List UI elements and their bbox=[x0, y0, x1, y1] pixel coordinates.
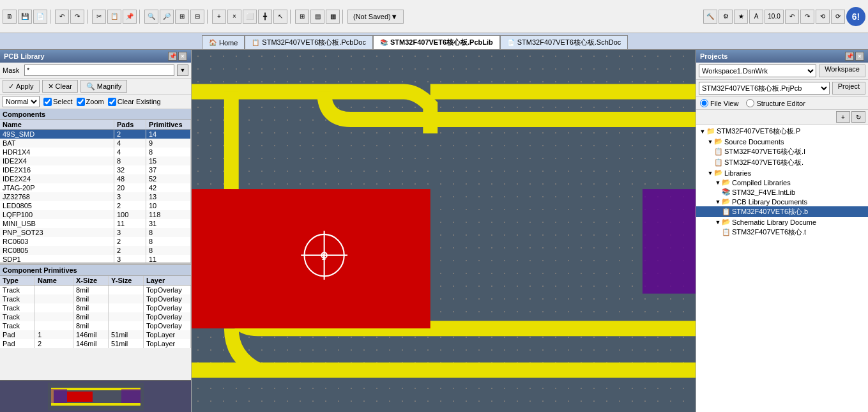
tab-schdoc[interactable]: 📄 STM32F407VET6核心板.SchDoc bbox=[500, 35, 628, 49]
table-row[interactable]: IDE2X244852 bbox=[0, 174, 191, 183]
magnify-button[interactable]: 🔍 Magnify bbox=[80, 80, 128, 93]
toolbar-btn-grid[interactable]: ▦ bbox=[326, 10, 340, 24]
table-row[interactable]: IDE2X4815 bbox=[0, 156, 191, 165]
tree-source-docs-arrow[interactable]: ▼ bbox=[706, 139, 714, 145]
toolbar-btn-zoom-out[interactable]: 🔎 bbox=[160, 10, 174, 24]
normal-select[interactable]: Normal bbox=[3, 96, 40, 107]
select-checkbox-label[interactable]: Select bbox=[43, 98, 73, 106]
tree-libraries-group[interactable]: ▼ 📂 Libraries bbox=[696, 168, 868, 178]
prim-row[interactable]: Track8milTopOverlay bbox=[0, 312, 191, 321]
clear-existing-checkbox-label[interactable]: Clear Existing bbox=[108, 98, 161, 106]
user-avatar[interactable]: 6! bbox=[846, 7, 865, 26]
zoom-checkbox-label[interactable]: Zoom bbox=[77, 98, 104, 106]
prim-row[interactable]: Track8milTopOverlay bbox=[0, 321, 191, 330]
toolbar-btn-10[interactable]: ⊞ bbox=[295, 10, 309, 24]
toolbar-btn-paste[interactable]: 📌 bbox=[123, 10, 137, 24]
table-row[interactable]: HDR1X448 bbox=[0, 148, 191, 156]
table-row[interactable]: LQFP100100118 bbox=[0, 210, 191, 219]
toolbar-btn-6[interactable]: × bbox=[227, 10, 241, 24]
file-view-radio-label[interactable]: File View bbox=[700, 99, 738, 107]
tree-source-docs-group[interactable]: ▼ 📂 Source Documents bbox=[696, 137, 868, 146]
prim-row[interactable]: Track8milTopOverlay bbox=[0, 303, 191, 312]
prim-row[interactable]: Track8milTopOverlay bbox=[0, 286, 191, 294]
tree-pcb-lib-docs-arrow[interactable]: ▼ bbox=[714, 199, 722, 205]
toolbar-btn-11[interactable]: ▤ bbox=[310, 10, 324, 24]
table-row[interactable]: PNP_SOT2338 bbox=[0, 228, 191, 237]
tree-source-file-2[interactable]: 📋 STM32F407VET6核心板. bbox=[696, 157, 868, 168]
table-row[interactable]: LED0805210 bbox=[0, 201, 191, 210]
toolbar-right-1[interactable]: 🔨 bbox=[703, 10, 717, 24]
prim-row[interactable]: Pad1146mil51milTopLayer bbox=[0, 330, 191, 339]
tab-pcblib[interactable]: 📚 STM32F407VET6核心板.PcbLib bbox=[373, 35, 500, 49]
tree-root[interactable]: ▼ 📁 STM32F407VET6核心板.P bbox=[696, 126, 868, 137]
table-row[interactable]: MINI_USB1131 bbox=[0, 219, 191, 228]
toolbar-btn-5[interactable]: + bbox=[212, 10, 226, 24]
tree-pcb-lib-docs-group[interactable]: ▼ 📂 PCB Library Documents bbox=[696, 197, 868, 206]
tree-sch-lib-file[interactable]: 📋 STM32F407VET6核心.t bbox=[696, 227, 868, 238]
toolbar-right-5[interactable]: 10.0 bbox=[765, 10, 784, 24]
toolbar-right-2[interactable]: ⚙ bbox=[719, 10, 733, 24]
prim-row[interactable]: Pad2146mil51milTopLayer bbox=[0, 339, 191, 348]
table-row[interactable]: JZ32768313 bbox=[0, 192, 191, 201]
project-select[interactable]: STM32F407VET6核心板.PrjPcb bbox=[699, 82, 830, 95]
proj-icon-add[interactable]: + bbox=[836, 111, 850, 123]
toolbar-btn-3[interactable]: 📄 bbox=[33, 10, 47, 24]
zoom-checkbox[interactable] bbox=[77, 98, 85, 106]
toolbar-btn-redo[interactable]: ↷ bbox=[70, 10, 84, 24]
structure-editor-radio[interactable] bbox=[746, 99, 754, 107]
projects-close-btn[interactable]: × bbox=[855, 52, 864, 61]
toolbar-btn-7[interactable]: ⬜ bbox=[243, 10, 257, 24]
toolbar-btn-9[interactable]: ↖ bbox=[273, 10, 287, 24]
table-row[interactable]: RC060328 bbox=[0, 237, 191, 246]
toolbar-btn-copy[interactable]: 📋 bbox=[107, 10, 121, 24]
clear-button[interactable]: ✕ Clear bbox=[42, 80, 78, 93]
tree-sch-lib-docs-arrow[interactable]: ▼ bbox=[714, 219, 722, 225]
toolbar-right-4[interactable]: A bbox=[749, 10, 763, 24]
toolbar-btn-zoom-in[interactable]: 🔍 bbox=[144, 10, 158, 24]
toolbar-btn-zoom-fit[interactable]: ⊞ bbox=[175, 10, 189, 24]
table-row[interactable]: RC080528 bbox=[0, 246, 191, 255]
project-button[interactable]: Project bbox=[832, 82, 865, 95]
tree-compiled-libs-arrow[interactable]: ▼ bbox=[714, 179, 722, 186]
workspace-button[interactable]: Workspace bbox=[819, 65, 865, 77]
proj-icon-refresh[interactable]: ↻ bbox=[851, 111, 865, 123]
tree-source-file-1[interactable]: 📋 STM32F407VET6核心板.I bbox=[696, 146, 868, 157]
tab-home[interactable]: 🏠 Home bbox=[202, 35, 245, 49]
toolbar-btn-2[interactable]: 💾 bbox=[18, 10, 32, 24]
table-row[interactable]: BAT49 bbox=[0, 139, 191, 148]
file-view-radio[interactable] bbox=[700, 99, 708, 107]
table-row[interactable]: 49S_SMD214 bbox=[0, 130, 191, 139]
panel-pin-btn[interactable]: 📌 bbox=[168, 52, 177, 61]
structure-editor-radio-label[interactable]: Structure Editor bbox=[746, 99, 805, 107]
prim-row[interactable]: Track8milTopOverlay bbox=[0, 294, 191, 303]
toolbar-btn-cut[interactable]: ✂ bbox=[92, 10, 106, 24]
tree-pcb-lib-file[interactable]: 📋 STM32F407VET6核心.b bbox=[696, 206, 868, 217]
toolbar-right-6[interactable]: ↶ bbox=[785, 10, 799, 24]
workspace-select[interactable]: Workspace1.DsnWrk bbox=[699, 65, 816, 77]
mask-dropdown[interactable]: ▼ bbox=[177, 65, 188, 76]
table-row[interactable]: SDP1311 bbox=[0, 255, 191, 263]
toolbar-right-9[interactable]: ⟳ bbox=[831, 10, 845, 24]
tab-pcbdoc[interactable]: 📋 STM32F407VET6核心板.PcbDoc bbox=[245, 35, 373, 49]
toolbar-btn-undo[interactable]: ↶ bbox=[55, 10, 69, 24]
tree-compiled-libs-group[interactable]: ▼ 📂 Compiled Libraries bbox=[696, 178, 868, 187]
toolbar-btn-zoom-prev[interactable]: ⊟ bbox=[190, 10, 204, 24]
toolbar-right-7[interactable]: ↷ bbox=[800, 10, 814, 24]
tree-libraries-arrow[interactable]: ▼ bbox=[706, 170, 714, 176]
toolbar-right-8[interactable]: ⟲ bbox=[816, 10, 830, 24]
toolbar-btn-8[interactable]: ╋ bbox=[258, 10, 272, 24]
tree-sch-lib-docs-group[interactable]: ▼ 📂 Schematic Library Docume bbox=[696, 217, 868, 227]
tree-root-arrow[interactable]: ▼ bbox=[699, 128, 706, 135]
canvas-area[interactable]: 1 bbox=[192, 50, 696, 412]
panel-close-btn[interactable]: × bbox=[178, 52, 187, 61]
select-checkbox[interactable] bbox=[43, 98, 52, 106]
tree-compiled-lib-file[interactable]: 📚 STM32_F4VE.IntLib bbox=[696, 187, 868, 197]
clear-existing-checkbox[interactable] bbox=[108, 98, 116, 106]
projects-pin-btn[interactable]: 📌 bbox=[845, 52, 854, 61]
apply-button[interactable]: ✓ Apply bbox=[3, 80, 40, 93]
toolbar-btn-1[interactable]: 🗎 bbox=[3, 10, 17, 24]
table-row[interactable]: JTAG-20P2042 bbox=[0, 183, 191, 192]
table-row[interactable]: IDE2X163237 bbox=[0, 165, 191, 174]
toolbar-right-3[interactable]: ★ bbox=[734, 10, 748, 24]
mask-input[interactable] bbox=[24, 65, 174, 76]
